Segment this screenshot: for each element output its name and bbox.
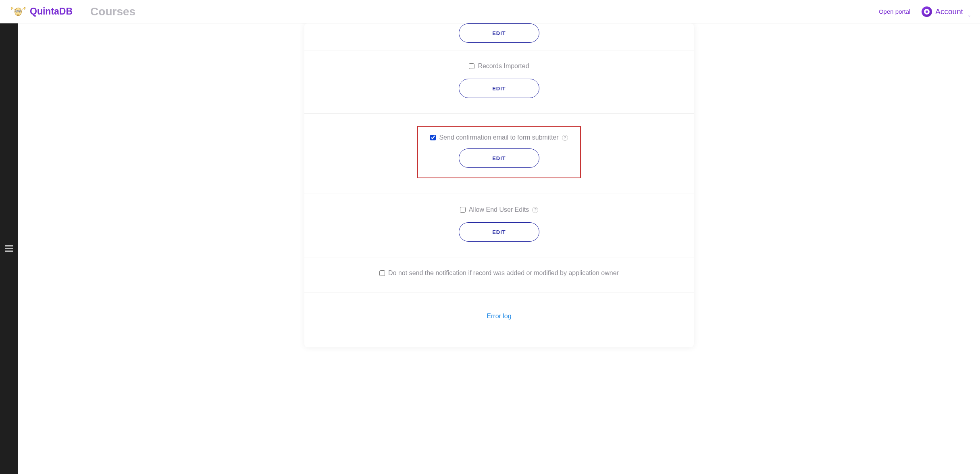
hamburger-icon[interactable] [5,244,13,254]
section-no-notification: Do not send the notification if record w… [304,257,694,292]
label-end-user-edits: Allow End User Edits [469,206,529,213]
checkbox-records-imported[interactable] [469,63,474,69]
open-portal-link[interactable]: Open portal [879,8,910,15]
edit-button-records-imported[interactable]: EDIT [459,79,539,98]
section-confirmation-email: Send confirmation email to form submitte… [304,113,694,194]
sidebar [0,23,18,474]
edit-button-end-user-edits[interactable]: EDIT [459,222,539,242]
account-label: Account [935,7,963,16]
checkbox-end-user-edits[interactable] [460,207,466,213]
logo-group[interactable]: QuintaDB [10,5,73,18]
section-top-partial: EDIT [304,23,694,50]
settings-card: EDIT Records Imported EDIT Send confirma… [304,23,694,347]
checkbox-no-notification[interactable] [379,270,385,276]
svg-point-3 [16,10,17,11]
main-layout: EDIT Records Imported EDIT Send confirma… [0,23,980,474]
help-icon-end-user-edits[interactable]: ? [532,207,538,213]
svg-rect-7 [5,251,13,252]
page-title[interactable]: Courses [90,5,135,18]
highlight-confirmation: Send confirmation email to form submitte… [417,126,581,178]
svg-rect-6 [5,248,13,249]
edit-button-confirmation[interactable]: EDIT [459,148,539,168]
content-area: EDIT Records Imported EDIT Send confirma… [18,23,980,474]
section-records-imported: Records Imported EDIT [304,50,694,113]
option-end-user-edits: Allow End User Edits ? [312,206,686,213]
edit-button-top[interactable]: EDIT [459,23,539,43]
svg-point-4 [19,10,20,11]
section-error-log: Error log [304,292,694,335]
brand-name: QuintaDB [30,6,73,17]
option-no-notification: Do not send the notification if record w… [312,269,686,277]
label-confirmation: Send confirmation email to form submitte… [439,134,558,141]
error-log-link[interactable]: Error log [312,305,686,320]
chevron-down-icon: ⌵ [968,13,970,17]
quintadb-logo-icon [10,5,27,18]
option-confirmation: Send confirmation email to form submitte… [430,134,568,141]
header-left: QuintaDB Courses [10,5,135,18]
checkbox-confirmation[interactable] [430,135,436,140]
account-menu[interactable]: Account ⌵ [922,6,970,17]
header-right: Open portal Account ⌵ [879,6,970,17]
avatar-icon [922,6,932,17]
label-records-imported: Records Imported [478,63,529,70]
option-records-imported: Records Imported [312,63,686,70]
label-no-notification: Do not send the notification if record w… [388,269,619,277]
svg-rect-5 [5,245,13,246]
help-icon-confirmation[interactable]: ? [562,135,568,141]
app-header: QuintaDB Courses Open portal Account ⌵ [0,0,980,23]
section-end-user-edits: Allow End User Edits ? EDIT [304,194,694,257]
